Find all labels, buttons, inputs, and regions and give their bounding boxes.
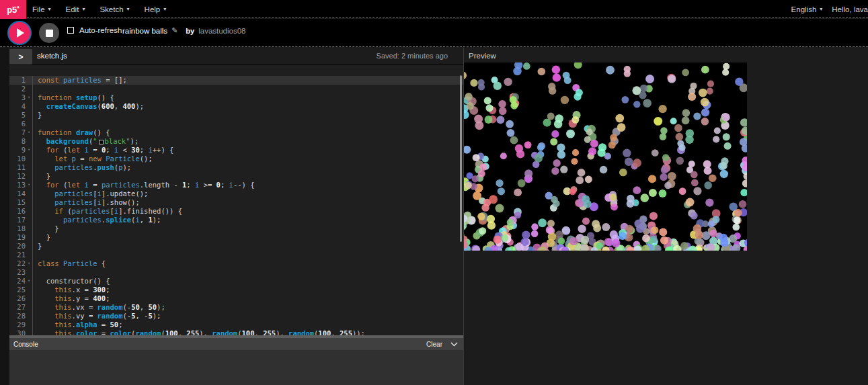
- play-button[interactable]: [9, 22, 30, 44]
- tab-sketch-js[interactable]: sketch.js: [37, 52, 67, 60]
- preview-label: Preview: [469, 52, 496, 60]
- saved-status: Saved: 2 minutes ago: [377, 52, 448, 60]
- line-number: 6: [9, 120, 26, 128]
- language-label: English: [791, 5, 817, 13]
- fold-arrow-icon[interactable]: ▾: [26, 181, 33, 189]
- fold-gutter: [26, 137, 33, 146]
- code-line[interactable]: 29 this.alpha = 50;: [9, 320, 463, 329]
- code-text: [33, 85, 38, 93]
- code-line[interactable]: 16 if (particles[i].finished()) {: [9, 207, 463, 216]
- code-line[interactable]: 12 }: [9, 172, 463, 181]
- code-editor[interactable]: 1const particles = [];23▾function setup(…: [9, 65, 463, 335]
- code-line[interactable]: 11 particles.push(p);: [9, 163, 463, 172]
- auto-refresh-checkbox[interactable]: [67, 27, 74, 34]
- code-line[interactable]: 15 particles[i].show();: [9, 198, 463, 207]
- chevron-down-icon: [450, 342, 458, 347]
- fold-gutter: [26, 242, 33, 251]
- code-line[interactable]: 19 }: [9, 233, 463, 242]
- fold-arrow-icon[interactable]: ▾: [26, 277, 33, 286]
- line-number: 5: [9, 111, 26, 120]
- menu-file[interactable]: File▾: [32, 5, 51, 13]
- menu-edit[interactable]: Edit▾: [66, 5, 85, 13]
- code-line[interactable]: 18 }: [9, 224, 463, 233]
- code-line[interactable]: 23: [9, 268, 463, 277]
- code-text: this.color = color(random(100, 255), ran…: [33, 329, 365, 335]
- code-text: background("black");: [33, 137, 139, 146]
- fold-gutter: [26, 329, 33, 335]
- code-text: this.x = 300;: [33, 286, 110, 294]
- code-text: this.y = 400;: [33, 294, 110, 303]
- code-line[interactable]: 5}: [9, 111, 463, 120]
- code-line[interactable]: 7▾function draw() {: [9, 128, 463, 137]
- menu-help[interactable]: Help▾: [145, 5, 167, 13]
- project-title[interactable]: rainbow balls: [122, 27, 167, 35]
- menu-sketch[interactable]: Sketch▾: [100, 5, 129, 13]
- fold-arrow-icon[interactable]: ▾: [26, 259, 33, 268]
- play-icon: [17, 28, 24, 38]
- code-line[interactable]: 17 particles.splice(i, 1);: [9, 216, 463, 224]
- fold-gutter: [26, 76, 33, 85]
- code-line[interactable]: 6: [9, 120, 463, 128]
- code-text: [33, 251, 38, 259]
- code-text: particles[i].show();: [33, 198, 140, 207]
- line-number: 10: [9, 155, 26, 163]
- user-greeting[interactable]: Hello, lava: [832, 5, 868, 13]
- code-line[interactable]: 2: [9, 85, 463, 93]
- menu-file-label: File: [32, 5, 45, 13]
- edit-title-pencil-icon[interactable]: ✎: [171, 26, 177, 35]
- code-text: constructor() {: [33, 277, 110, 286]
- line-number: 21: [9, 251, 26, 259]
- code-line[interactable]: 13▾ for (let i = particles.length - 1; i…: [9, 181, 463, 189]
- sketch-canvas[interactable]: [464, 62, 747, 251]
- line-number: 3: [9, 93, 26, 102]
- fold-gutter: [26, 189, 33, 198]
- code-line[interactable]: 26 this.y = 400;: [9, 294, 463, 303]
- language-selector[interactable]: English▾: [791, 5, 823, 13]
- fold-arrow-icon[interactable]: ▾: [26, 93, 33, 102]
- fold-gutter: [26, 268, 33, 277]
- line-number: 20: [9, 242, 26, 251]
- fold-arrow-icon[interactable]: ▾: [26, 128, 33, 137]
- preview-pane: Preview: [464, 48, 868, 385]
- code-line[interactable]: 28 this.vy = random(-5, -5);: [9, 312, 463, 320]
- code-line[interactable]: 25 this.x = 300;: [9, 286, 463, 294]
- console-header: Console Clear: [9, 338, 463, 350]
- code-line[interactable]: 21: [9, 251, 463, 259]
- code-line[interactable]: 9▾ for (let i = 0; i < 30; i++) {: [9, 146, 463, 155]
- stop-button[interactable]: [39, 23, 59, 43]
- code-line[interactable]: 24▾ constructor() {: [9, 277, 463, 286]
- line-number: 16: [9, 207, 26, 216]
- console-collapse-button[interactable]: [450, 342, 458, 347]
- code-line[interactable]: 3▾function setup() {: [9, 93, 463, 102]
- line-number: 24: [9, 277, 26, 286]
- fold-arrow-icon[interactable]: ▾: [26, 146, 33, 155]
- menu-help-label: Help: [145, 5, 161, 13]
- stop-icon: [46, 30, 53, 37]
- code-text: function setup() {: [33, 93, 114, 102]
- fold-gutter: [26, 286, 33, 294]
- code-text: [33, 120, 38, 128]
- color-swatch-icon[interactable]: [99, 140, 104, 144]
- fold-gutter: [26, 303, 33, 312]
- code-text: createCanvas(600, 400);: [33, 102, 144, 111]
- code-text: }: [33, 224, 59, 233]
- console-clear-button[interactable]: Clear: [426, 341, 442, 348]
- sidebar-expand-button[interactable]: >: [9, 49, 32, 65]
- code-line[interactable]: 27 this.vx = random(-50, 50);: [9, 303, 463, 312]
- code-line[interactable]: 4 createCanvas(600, 400);: [9, 102, 463, 111]
- code-line[interactable]: 8 background("black");: [9, 137, 463, 146]
- line-number: 1: [9, 76, 26, 85]
- code-line[interactable]: 1const particles = [];: [9, 76, 463, 85]
- code-line[interactable]: 10 let p = new Particle();: [9, 155, 463, 163]
- line-number: 19: [9, 233, 26, 242]
- p5-logo[interactable]: p5*: [0, 0, 26, 19]
- line-number: 17: [9, 216, 26, 224]
- fold-gutter: [26, 120, 33, 128]
- code-line[interactable]: 22▾class Particle {: [9, 259, 463, 268]
- author-name[interactable]: lavastudios08: [198, 27, 245, 35]
- code-line[interactable]: 20}: [9, 242, 463, 251]
- code-line[interactable]: 14 particles[i].update();: [9, 189, 463, 198]
- editor-vertical-scrollbar[interactable]: [460, 75, 462, 242]
- code-line[interactable]: 30 this.color = color(random(100, 255), …: [9, 329, 463, 335]
- line-number: 2: [9, 85, 26, 93]
